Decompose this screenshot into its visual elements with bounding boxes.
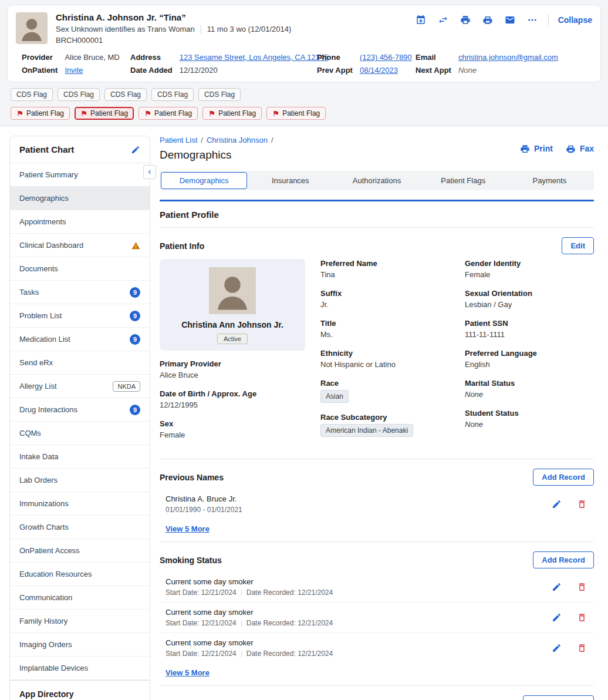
add-appointment-button[interactable] <box>414 14 427 26</box>
delete-record-button[interactable] <box>577 582 587 592</box>
sidebar-item-demographics[interactable]: Demographics <box>10 187 150 210</box>
patient-flag-chip[interactable]: Patient Flag <box>11 107 70 120</box>
sidebar-item-documents[interactable]: Documents <box>10 257 150 281</box>
tab-insurances[interactable]: Insurances <box>247 172 333 189</box>
breadcrumb-patient-name[interactable]: Christina Johnson <box>207 136 268 144</box>
collapse-banner-link[interactable]: Collapse <box>558 15 592 25</box>
view-more-smoking-link[interactable]: View 5 More <box>165 668 210 677</box>
sidebar-item-patient-summary[interactable]: Patient Summary <box>10 163 150 187</box>
sidebar-item-appointments[interactable]: Appointments <box>10 210 150 234</box>
sidebar-item-label: Family History <box>19 617 67 625</box>
sidebar-item-medication-list[interactable]: Medication List9 <box>10 328 150 351</box>
print-page-button[interactable]: Print <box>520 144 553 154</box>
print-button[interactable] <box>459 14 472 26</box>
patient-avatar <box>16 12 48 44</box>
add-smoking-record-button[interactable]: Add Record <box>533 551 594 568</box>
patient-flag-label: Patient Flag <box>218 109 256 117</box>
email-link[interactable]: christina.johnson@gmail.com <box>458 53 592 62</box>
sidebar-item-send-erx[interactable]: Send eRx <box>10 351 150 375</box>
phone-link[interactable]: (123) 456-7890 <box>360 53 416 62</box>
sidebar-item-lab-orders[interactable]: Lab Orders <box>10 469 150 492</box>
trash-icon <box>577 643 587 653</box>
next-appt-label: Next Appt <box>416 66 451 75</box>
fax-button[interactable] <box>481 14 494 26</box>
collapse-sidebar-button[interactable] <box>143 165 156 179</box>
sidebar-item-label: OnPatient Access <box>19 546 80 555</box>
patient-flag-chip[interactable]: Patient Flag <box>202 107 262 120</box>
delete-record-button[interactable] <box>577 612 587 622</box>
view-more-previous-names-link[interactable]: View 5 More <box>165 524 210 533</box>
sidebar-item-problem-list[interactable]: Problem List9 <box>10 304 150 328</box>
sidebar-item-label: Documents <box>19 264 58 273</box>
field-label: Primary Provider <box>160 359 305 368</box>
sidebar-item-tasks[interactable]: Tasks9 <box>10 281 150 304</box>
sidebar-item-imaging-orders[interactable]: Imaging Orders <box>10 633 150 657</box>
patient-info-heading: Patient Info <box>160 241 204 251</box>
onpatient-invite-link[interactable]: Invite <box>65 66 130 75</box>
tab-demographics[interactable]: Demographics <box>161 172 247 189</box>
sidebar-item-onpatient-access[interactable]: OnPatient Access <box>10 539 150 563</box>
patient-flag-chip[interactable]: Patient Flag <box>266 107 326 120</box>
sidebar-item-immunizations[interactable]: Immunizations <box>10 492 150 516</box>
add-previous-name-button[interactable]: Add Record <box>533 469 594 486</box>
sidebar-item-cqms[interactable]: CQMs <box>10 422 150 445</box>
patient-full-name: Christina Ann Johnson Jr. <box>165 320 299 329</box>
sidebar-item-label: Communication <box>19 593 72 602</box>
flag-icon <box>144 110 151 117</box>
smoking-start-date: Start Date: 12/21/2024 <box>165 619 237 627</box>
delete-record-button[interactable] <box>577 643 587 653</box>
edit-chart-button[interactable] <box>131 144 140 154</box>
sidebar-item-drug-interactions[interactable]: Drug Interactions9 <box>10 398 150 422</box>
add-pharmacy-button[interactable]: Add Pharmacy <box>523 695 594 700</box>
race-chip: Asian <box>320 390 349 403</box>
sidebar-item-allergy-list[interactable]: Allergy ListNKDA <box>10 375 150 398</box>
print-icon <box>520 144 530 154</box>
cds-flag-chip[interactable]: CDS Flag <box>198 88 241 101</box>
smoking-start-date: Start Date: 12/21/2024 <box>165 649 237 658</box>
email-button[interactable] <box>504 14 516 26</box>
address-link[interactable]: 123 Sesame Street, Los Angeles, CA 12345 <box>180 53 329 62</box>
cds-flag-chip[interactable]: CDS Flag <box>104 88 147 101</box>
patient-flag-chip[interactable]: Patient Flag <box>139 107 198 120</box>
sidebar-item-education-resources[interactable]: Education Resources <box>10 563 150 586</box>
edit-patient-info-button[interactable]: Edit <box>562 237 594 254</box>
sidebar-item-communication[interactable]: Communication <box>10 586 150 610</box>
transfer-button[interactable] <box>437 14 450 26</box>
sidebar-item-clinical-dashboard[interactable]: Clinical Dashboard <box>10 234 150 257</box>
edit-record-button[interactable] <box>552 499 562 509</box>
sidebar-item-implantable-devices[interactable]: Implantable Devices <box>10 657 150 680</box>
edit-record-button[interactable] <box>552 612 562 622</box>
patient-flag-chip-selected[interactable]: Patient Flag <box>75 107 134 120</box>
cds-flag-chip[interactable]: CDS Flag <box>58 88 100 101</box>
cds-flag-chip[interactable]: CDS Flag <box>151 88 194 101</box>
sidebar-item-growth-charts[interactable]: Growth Charts <box>10 516 150 539</box>
tab-payments[interactable]: Payments <box>506 172 593 189</box>
edit-record-button[interactable] <box>552 582 562 592</box>
divider <box>548 15 549 25</box>
sidebar-item-label: Clinical Dashboard <box>19 241 83 250</box>
smoking-record: Current some day smoker Start Date: 12/2… <box>160 602 594 632</box>
cds-flag-chip[interactable]: CDS Flag <box>11 88 53 101</box>
field-label: Gender Identity <box>465 259 594 268</box>
previous-name-value: Christina A. Bruce Jr. <box>165 494 242 503</box>
app-directory-header[interactable]: App Directory <box>10 680 150 700</box>
count-badge: 9 <box>130 311 140 321</box>
sidebar-item-label: Implantable Devices <box>19 664 88 672</box>
patient-gender-note: Sex Unknown identifies as Trans Woman <box>56 25 195 33</box>
fax-page-button[interactable]: Fax <box>566 144 594 154</box>
prev-appt-link[interactable]: 08/14/2023 <box>360 66 416 75</box>
demographics-tabs: Demographics Insurances Authorizations P… <box>160 171 594 190</box>
divider <box>241 620 242 627</box>
sidebar-item-label: Patient Summary <box>19 170 78 179</box>
field-value: Female <box>160 430 305 439</box>
race-subcategory-chip: American Indian - Abenaki <box>320 424 413 437</box>
ellipsis-icon <box>527 15 538 25</box>
delete-record-button[interactable] <box>577 499 587 509</box>
sidebar-item-intake-data[interactable]: Intake Data <box>10 445 150 469</box>
more-options-button[interactable] <box>526 14 539 26</box>
tab-patient-flags[interactable]: Patient Flags <box>420 172 506 189</box>
breadcrumb-patient-list[interactable]: Patient List <box>160 136 197 144</box>
sidebar-item-family-history[interactable]: Family History <box>10 610 150 633</box>
edit-record-button[interactable] <box>552 643 562 653</box>
tab-authorizations[interactable]: Authorizations <box>333 172 420 189</box>
